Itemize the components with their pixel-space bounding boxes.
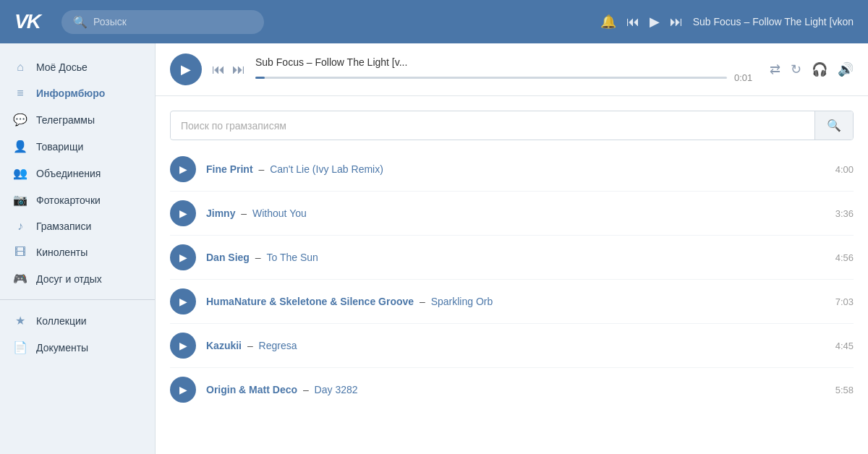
sidebar-item-groups[interactable]: 👥 Объединения [0, 160, 155, 187]
player-time: 0:01 [734, 72, 760, 83]
track-play-button-2[interactable]: ▶ [170, 244, 196, 270]
volume-icon[interactable]: 🔊 [838, 61, 854, 77]
sidebar-label-messages: Телеграммы [36, 114, 95, 126]
video-icon: 🎞 [13, 246, 27, 259]
rewind-icon[interactable]: ⏮ [626, 14, 639, 30]
track-play-button-3[interactable]: ▶ [170, 288, 196, 314]
groups-icon: 👥 [13, 166, 27, 180]
sidebar-label-photos: Фотокарточки [36, 194, 101, 206]
top-nav: VK 🔍 🔔 ⏮ ▶ ⏭ Sub Focus – Follow The Ligh… [0, 0, 868, 43]
audio-search-input-wrap[interactable]: 🔍 [170, 111, 854, 140]
sidebar-item-my-profile[interactable]: ⌂ Моё Досье [0, 54, 155, 80]
sidebar-item-news[interactable]: ≡ Информбюро [0, 80, 155, 106]
play-icon-nav[interactable]: ▶ [650, 14, 660, 30]
track-duration-0: 4:00 [825, 164, 854, 175]
sidebar-label-games: Досуг и отдых [36, 273, 102, 285]
track-info-4: Kazukii – Regresa [206, 340, 814, 351]
progress-bar[interactable] [255, 77, 727, 79]
main-layout: ⌂ Моё Досье≡ Информбюро💬 Телеграммы👤 Тов… [0, 43, 868, 454]
music-icon: ♪ [13, 220, 27, 233]
track-info-0: Fine Print – Can't Lie (Ivy Lab Remix) [206, 163, 814, 175]
bookmarks-icon: ★ [13, 314, 27, 327]
sidebar-item-video[interactable]: 🎞 Киноленты [0, 239, 155, 265]
sidebar-item-games[interactable]: 🎮 Досуг и отдых [0, 265, 155, 292]
games-icon: 🎮 [13, 272, 27, 286]
sidebar-item-bookmarks[interactable]: ★ Коллекции [0, 307, 155, 334]
track-row: ▶ Jimny – Without You 3:36 [170, 192, 854, 236]
sidebar-label-video: Киноленты [36, 247, 88, 258]
sidebar-divider [0, 299, 155, 300]
track-info-3: HumaNature & Skeletone & Silence Groove … [206, 296, 814, 307]
repeat-icon[interactable]: ↻ [791, 61, 801, 77]
player-prev-icon[interactable]: ⏮ [212, 62, 225, 77]
audio-search-button[interactable]: 🔍 [814, 111, 853, 140]
notification-icon[interactable]: 🔔 [600, 14, 616, 30]
progress-bar-wrap[interactable]: 0:01 [255, 72, 760, 83]
track-artist-2: Dan Sieg [206, 252, 250, 263]
progress-fill [255, 77, 265, 79]
track-artist-0: Fine Print [206, 163, 253, 175]
sidebar-label-my-profile: Моё Досье [36, 61, 88, 73]
audio-search-section: 🔍 [156, 96, 868, 147]
track-play-button-1[interactable]: ▶ [170, 200, 196, 226]
sidebar-item-music[interactable]: ♪ Грамзаписи [0, 213, 155, 239]
sidebar-item-photos[interactable]: 📷 Фотокарточки [0, 187, 155, 213]
track-title-2: To The Sun [266, 252, 318, 263]
track-duration-1: 3:36 [825, 208, 854, 219]
track-row: ▶ Kazukii – Regresa 4:45 [170, 324, 854, 368]
track-row: ▶ Dan Sieg – To The Sun 4:56 [170, 236, 854, 280]
track-play-button-5[interactable]: ▶ [170, 377, 196, 403]
track-row: ▶ Origin & Matt Deco – Day 3282 5:58 [170, 368, 854, 411]
track-title-0: Can't Lie (Ivy Lab Remix) [270, 163, 383, 175]
track-title-4: Regresa [259, 340, 297, 351]
main-content: ▶ ⏮ ⏭ Sub Focus – Follow The Light [v...… [156, 43, 868, 454]
top-search-bar[interactable]: 🔍 [61, 10, 264, 34]
messages-icon: 💬 [13, 113, 27, 127]
shuffle-icon[interactable]: ⇄ [770, 61, 780, 77]
track-sep-3: – [420, 296, 428, 307]
track-row: ▶ HumaNature & Skeletone & Silence Groov… [170, 280, 854, 324]
track-artist-4: Kazukii [206, 340, 242, 351]
track-sep-2: – [255, 252, 264, 263]
player-next-icon[interactable]: ⏭ [232, 62, 245, 77]
sidebar-label-bookmarks: Коллекции [36, 315, 87, 327]
headphones-icon[interactable]: 🎧 [812, 61, 827, 77]
track-list: ▶ Fine Print – Can't Lie (Ivy Lab Remix)… [156, 147, 868, 454]
player-bar: ▶ ⏮ ⏭ Sub Focus – Follow The Light [v...… [156, 43, 868, 96]
track-title-5: Day 3282 [315, 384, 358, 395]
track-play-button-4[interactable]: ▶ [170, 333, 196, 359]
docs-icon: 📄 [13, 340, 27, 354]
vk-logo: VK [14, 10, 40, 33]
track-title-1: Without You [252, 207, 307, 219]
track-play-button-0[interactable]: ▶ [170, 156, 196, 182]
friends-icon: 👤 [13, 140, 27, 153]
search-icon: 🔍 [73, 15, 88, 29]
sidebar-label-friends: Товарищи [36, 141, 83, 153]
track-artist-5: Origin & Matt Deco [206, 384, 297, 395]
track-duration-2: 4:56 [825, 252, 854, 263]
news-icon: ≡ [13, 87, 27, 100]
track-artist-3: HumaNature & Skeletone & Silence Groove [206, 296, 414, 307]
audio-search-input[interactable] [171, 113, 814, 139]
sidebar-label-groups: Объединения [36, 168, 101, 179]
sidebar-item-docs[interactable]: 📄 Документы [0, 334, 155, 361]
now-playing-label: Sub Focus – Follow The Light [vkon [693, 16, 854, 27]
sidebar-item-friends[interactable]: 👤 Товарищи [0, 133, 155, 160]
track-duration-4: 4:45 [825, 340, 854, 351]
track-info-2: Dan Sieg – To The Sun [206, 252, 814, 263]
sidebar-item-messages[interactable]: 💬 Телеграммы [0, 106, 155, 133]
player-controls: ⏮ ⏭ [212, 62, 245, 77]
track-duration-5: 5:58 [825, 385, 854, 395]
my-profile-icon: ⌂ [13, 61, 27, 74]
player-track-title: Sub Focus – Follow The Light [v... [255, 56, 760, 68]
top-search-input[interactable] [93, 16, 252, 27]
track-info-5: Origin & Matt Deco – Day 3282 [206, 384, 814, 395]
track-duration-3: 7:03 [825, 296, 854, 307]
player-track: Sub Focus – Follow The Light [v... 0:01 [255, 56, 760, 83]
forward-icon[interactable]: ⏭ [670, 14, 683, 30]
top-nav-right: 🔔 ⏮ ▶ ⏭ Sub Focus – Follow The Light [vk… [600, 14, 854, 30]
player-play-button[interactable]: ▶ [170, 53, 202, 85]
track-sep-5: – [303, 384, 312, 395]
track-sep-4: – [247, 340, 256, 351]
sidebar: ⌂ Моё Досье≡ Информбюро💬 Телеграммы👤 Тов… [0, 43, 156, 454]
